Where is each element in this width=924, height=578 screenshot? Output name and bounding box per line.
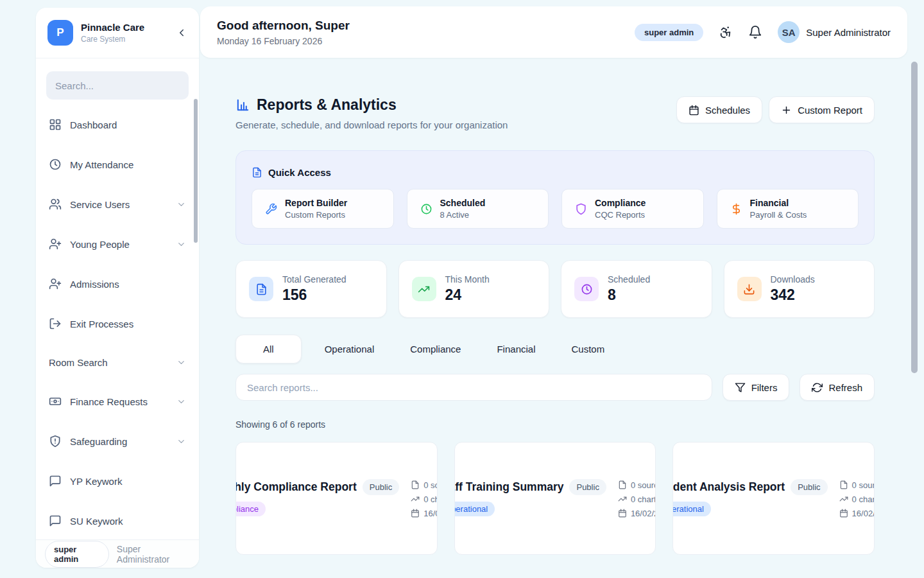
role-badge: super admin [45,541,109,568]
stat-total-generated: Total Generated 156 [235,260,387,318]
tab-compliance[interactable]: Compliance [392,335,479,363]
user-menu[interactable]: SA Super Administrator [778,21,891,43]
brand-logo: P [47,20,73,46]
quick-card-subtitle: Payroll & Costs [750,210,807,220]
brand-text: Pinnacle Care Care System [81,22,144,44]
file-icon [839,480,848,489]
chevron-down-icon [176,200,186,209]
message-icon [49,514,62,527]
custom-report-button[interactable]: Custom Report [769,96,875,123]
visibility-badge: Public [363,479,399,495]
page-title: Reports & Analytics [257,96,397,114]
brand-name: Pinnacle Care [81,22,144,33]
bell-icon [748,25,762,39]
sidebar-item-label: Exit Processes [70,319,133,329]
clock-icon [574,277,599,301]
file-icon [252,167,262,178]
sidebar-item-yp-keywork[interactable]: YP Keywork [42,468,193,495]
custom-report-button-label: Custom Report [798,105,862,116]
report-meta: 0 sources 0 charts 16/02/2026 [839,479,875,518]
quick-card-subtitle: 8 Active [440,210,486,220]
stat-downloads: Downloads 342 [724,260,875,318]
quick-card-title: Compliance [595,198,646,208]
report-charts: 0 charts [424,495,437,504]
sidebar: P Pinnacle Care Care System Dashboard My… [36,8,199,568]
schedules-button[interactable]: Schedules [676,96,762,123]
sidebar-item-exit-processes[interactable]: Exit Processes [42,310,193,337]
sidebar-item-safeguarding[interactable]: Safeguarding [42,428,193,455]
sidebar-item-su-keywork[interactable]: SU Keywork [42,507,193,534]
download-icon [737,277,762,301]
trending-up-icon [411,495,420,504]
sidebar-collapse-button[interactable] [176,27,187,39]
quick-card-report-builder[interactable]: Report Builder Custom Reports [252,189,394,229]
accessibility-icon [719,25,733,39]
calendar-icon [689,105,699,116]
stats-row: Total Generated 156 This Month 24 Schedu… [235,260,875,318]
reports-toolbar: Filters Refresh [235,374,875,401]
visibility-badge: Public [791,479,827,495]
sidebar-item-label: Finance Requests [70,396,148,407]
header-role-badge: super admin [635,24,703,41]
tab-financial[interactable]: Financial [479,335,553,363]
refresh-icon [812,382,823,393]
reports-search-input[interactable] [235,374,712,401]
stat-value: 342 [771,286,815,304]
sidebar-item-label: Young People [70,239,130,250]
quick-card-financial[interactable]: Financial Payroll & Costs [717,189,859,229]
quick-access-panel: Quick Access Report Builder Custom Repor… [235,150,875,245]
quick-card-title: Financial [750,198,807,208]
quick-card-compliance[interactable]: Compliance CQC Reports [561,189,704,229]
sidebar-item-service-users[interactable]: Service Users [42,191,193,218]
user-plus-icon [49,277,62,290]
schedules-button-label: Schedules [705,105,750,116]
accessibility-button[interactable] [719,25,733,39]
sidebar-item-my-attendance[interactable]: My Attendance [42,151,193,178]
sidebar-footer: super admin Super Administrator [36,539,199,568]
notifications-button[interactable] [748,25,762,39]
report-title: Incident Analysis Report [672,480,785,494]
stat-scheduled: Scheduled 8 [561,260,712,318]
chevron-down-icon [176,437,186,446]
filters-button[interactable]: Filters [723,374,790,401]
filter-icon [735,382,746,393]
sidebar-item-label: Service Users [70,199,130,210]
sidebar-item-label: Safeguarding [70,436,127,447]
sidebar-item-label: SU Keywork [70,516,123,527]
calendar-icon [618,509,627,518]
quick-card-subtitle: Custom Reports [285,210,347,220]
sidebar-scrollbar[interactable] [194,99,198,243]
banknote-icon [49,395,62,408]
file-icon [249,277,273,301]
sidebar-search-input[interactable] [46,71,189,100]
main-scrollbar[interactable] [911,62,918,373]
user-plus-icon [49,238,62,250]
sidebar-item-admissions[interactable]: Admissions [42,270,193,297]
sidebar-item-label: YP Keywork [70,476,122,487]
reports-grid: Monthly Compliance Report Public Complia… [235,442,875,555]
sidebar-item-young-people[interactable]: Young People [42,231,193,258]
report-card-incident-analysis[interactable]: Incident Analysis Report Public Operatio… [672,442,875,555]
page-subtitle: Generate, schedule, and download reports… [235,119,508,130]
tab-operational[interactable]: Operational [307,335,393,363]
report-card-monthly-compliance[interactable]: Monthly Compliance Report Public Complia… [235,442,438,555]
sidebar-item-dashboard[interactable]: Dashboard [42,111,193,138]
results-summary: Showing 6 of 6 reports [235,419,875,430]
chevron-down-icon [176,358,186,367]
file-icon [411,480,420,489]
report-title: Staff Training Summary [454,480,564,494]
tab-all[interactable]: All [235,335,302,363]
quick-card-scheduled[interactable]: Scheduled 8 Active [407,189,549,229]
dollar-icon [730,203,742,215]
shield-alert-icon [49,435,62,448]
clock-icon [49,158,62,171]
sidebar-item-finance-requests[interactable]: Finance Requests [42,388,193,415]
quick-card-subtitle: CQC Reports [595,210,646,220]
sidebar-item-room-search[interactable]: Room Search [42,350,193,375]
report-charts: 0 charts [631,495,656,504]
stat-label: Total Generated [282,274,346,285]
trending-up-icon [618,495,627,504]
report-card-staff-training[interactable]: Staff Training Summary Public Operationa… [454,442,656,555]
refresh-button[interactable]: Refresh [800,374,875,401]
tab-custom[interactable]: Custom [553,335,622,363]
